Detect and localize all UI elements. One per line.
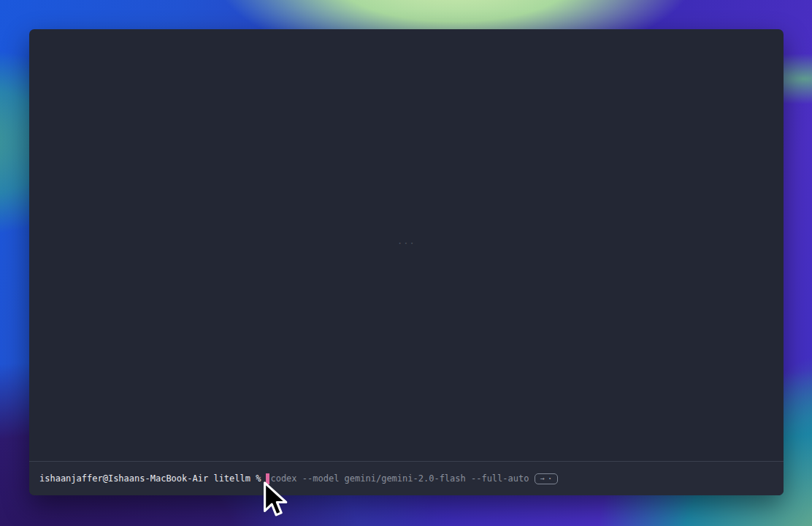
dot-icon: ·	[547, 474, 552, 483]
right-arrow-key-icon: →	[540, 475, 544, 482]
shell-prompt: ishaanjaffer@Ishaans-MacBook-Air litellm…	[39, 473, 261, 484]
terminal-prompt-bar[interactable]: ishaanjaffer@Ishaans-MacBook-Air litellm…	[29, 461, 784, 495]
autosuggestion-text: codex --model gemini/gemini-2.0-flash --…	[270, 473, 529, 484]
terminal-output-area[interactable]: ...	[29, 29, 784, 461]
accept-suggestion-hint-badge: → ·	[535, 473, 557, 484]
desktop-wallpaper: ... ishaanjaffer@Ishaans-MacBook-Air lit…	[0, 0, 812, 526]
text-cursor-caret	[266, 473, 269, 484]
terminal-ellipsis-text: ...	[397, 236, 415, 246]
terminal-window[interactable]: ... ishaanjaffer@Ishaans-MacBook-Air lit…	[29, 29, 784, 495]
